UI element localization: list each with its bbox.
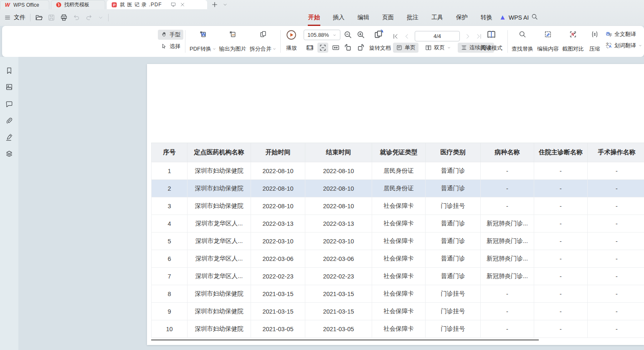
menu-convert[interactable]: 转换 (480, 12, 493, 23)
table-cell: 社会保障卡 (372, 320, 426, 338)
document-viewport[interactable]: 序号定点医药机构名称开始时间结束时间就诊凭证类型医疗类别病种名称住院主诊断名称手… (18, 57, 644, 350)
page-number-input[interactable]: 4/4 (415, 31, 460, 41)
menu-protect[interactable]: 保护 (456, 12, 468, 23)
tab-list-chevron-icon[interactable] (222, 2, 228, 8)
cursor-icon (161, 43, 167, 50)
thumbnail-icon[interactable] (5, 83, 13, 91)
full-translate-button[interactable]: A字 全文翻译 (606, 31, 642, 38)
single-page-button[interactable]: 单页 (393, 43, 418, 53)
menu-insert[interactable]: 插入 (332, 12, 345, 23)
tab-label: WPS Office (13, 2, 39, 8)
undo-icon[interactable] (72, 13, 81, 22)
table-cell: 深圳市妇幼保健院 (188, 320, 251, 338)
pdf-convert-button[interactable]: W PDF转换 (188, 30, 218, 53)
zoom-out-icon[interactable] (343, 30, 352, 39)
menu-edit[interactable]: 编辑 (357, 12, 370, 23)
compress-button[interactable]: 压缩 (587, 30, 602, 53)
divider (185, 30, 185, 53)
double-page-button[interactable]: 双页 (422, 43, 454, 53)
zoom-in-icon[interactable] (356, 30, 365, 39)
table-cell: 深圳市龙华区人... (188, 250, 251, 268)
single-page-label: 单页 (405, 44, 416, 51)
full-translate-label: 全文翻译 (614, 31, 636, 38)
compress-icon (591, 30, 599, 38)
table-row: 9深圳市妇幼保健院2021-03-152021-03-15社会保障卡门诊挂号--… (152, 303, 644, 320)
menu-home[interactable]: 开始 (308, 12, 320, 23)
actual-size-button[interactable]: 1:1 (304, 43, 315, 53)
table-cell: - (588, 320, 644, 338)
redo-icon[interactable] (85, 13, 93, 22)
chevron-down-icon (272, 47, 276, 51)
close-tab-icon[interactable] (180, 2, 185, 8)
tab-document-active[interactable]: P 就 医 记 录 .PDF (107, 0, 207, 9)
menu-tools[interactable]: 工具 (431, 12, 444, 23)
table-cell: 深圳市龙华区人... (188, 215, 251, 232)
last-page-icon[interactable] (476, 33, 482, 40)
split-merge-button[interactable]: 拆分合并 (248, 30, 278, 53)
table-cell: - (481, 285, 534, 303)
table-cell: 社会保障卡 (372, 250, 426, 268)
bookmark-icon[interactable] (5, 66, 13, 75)
wps-ai-button[interactable]: WPS AI (499, 14, 529, 21)
comment-icon[interactable] (5, 100, 13, 108)
hand-tool-button[interactable]: 手型 (158, 30, 183, 40)
first-page-icon[interactable] (392, 33, 399, 40)
continuous-read-icon (461, 44, 467, 51)
table-cell: - (534, 303, 588, 320)
table-cell: - (534, 268, 588, 285)
prev-page-icon[interactable] (403, 33, 410, 40)
qat-chevron-icon[interactable] (97, 14, 104, 21)
rotate-document-button[interactable] (373, 29, 384, 41)
open-file-icon[interactable] (35, 13, 43, 22)
signature-icon[interactable] (5, 133, 13, 141)
export-image-button[interactable]: 输出为图片 (218, 30, 248, 53)
table-cell: 新冠肺炎门诊... (481, 232, 534, 250)
play-button[interactable] (286, 29, 297, 42)
tab-wps-home[interactable]: W WPS Office (0, 0, 49, 9)
save-icon[interactable] (47, 13, 56, 22)
column-header: 手术操作名称 (588, 143, 644, 162)
screenshot-compare-label: 截图对比 (562, 45, 584, 53)
screenshot-compare-button[interactable]: 截图对比 (561, 30, 585, 53)
table-cell: 5 (152, 232, 188, 250)
double-page-icon (425, 44, 432, 51)
print-icon[interactable] (60, 13, 68, 22)
read-mode-button[interactable] (486, 29, 497, 41)
attachment-icon[interactable] (5, 117, 13, 125)
table-cell: 2021-03-15 (251, 303, 305, 320)
table-cell: 2022-08-10 (251, 162, 305, 180)
menu-comment[interactable]: 批注 (406, 12, 419, 23)
layers-icon[interactable] (5, 150, 13, 158)
table-cell: 2022-08-10 (305, 162, 372, 180)
ribbon-menus: 开始 插入 编辑 页面 批注 工具 保护 转换 (308, 12, 493, 23)
table-cell: - (588, 162, 644, 180)
table-cell: 2022-03-10 (305, 232, 372, 250)
select-tool-button[interactable]: 选择 (158, 41, 183, 51)
new-tab-icon[interactable] (211, 1, 218, 8)
file-menu-button[interactable]: 文件 (4, 14, 25, 21)
table-cell: 2021-03-15 (305, 303, 372, 320)
next-page-icon[interactable] (464, 33, 471, 40)
table-header-row: 序号定点医药机构名称开始时间结束时间就诊凭证类型医疗类别病种名称住院主诊断名称手… (152, 143, 644, 162)
zoom-level-select[interactable]: 105.88% (304, 30, 340, 40)
fit-page-button[interactable] (317, 43, 328, 53)
table-cell: 深圳市妇幼保健院 (188, 197, 251, 215)
find-replace-button[interactable]: 查找替换 (510, 30, 535, 53)
word-translate-button[interactable]: 文A 划词翻译 (606, 42, 642, 49)
tab-docer[interactable]: 找稻壳模板 (51, 0, 105, 9)
table-cell: 门诊挂号 (426, 320, 481, 338)
search-icon (531, 13, 538, 20)
title-bar: W WPS Office 找稻壳模板 P 就 医 记 录 .PDF 文件 (0, 0, 644, 26)
table-cell: 2021-03-15 (305, 285, 372, 303)
fit-width-button[interactable] (330, 43, 341, 53)
chevron-down-icon (212, 47, 216, 51)
monitor-icon[interactable] (170, 2, 176, 8)
rotate-right-icon[interactable] (356, 43, 365, 52)
table-cell: 2022-08-10 (251, 180, 305, 197)
rotate-left-icon[interactable] (343, 43, 352, 52)
single-page-icon (396, 44, 403, 51)
ribbon-toolbar: 手型 选择 W PDF转换 输出为图片 拆分合并 播放 105.88% 1:1 (2, 26, 644, 57)
menu-page[interactable]: 页面 (382, 12, 394, 23)
edit-content-button[interactable]: 编辑内容 (536, 30, 560, 53)
menu-search-button[interactable] (531, 13, 538, 22)
